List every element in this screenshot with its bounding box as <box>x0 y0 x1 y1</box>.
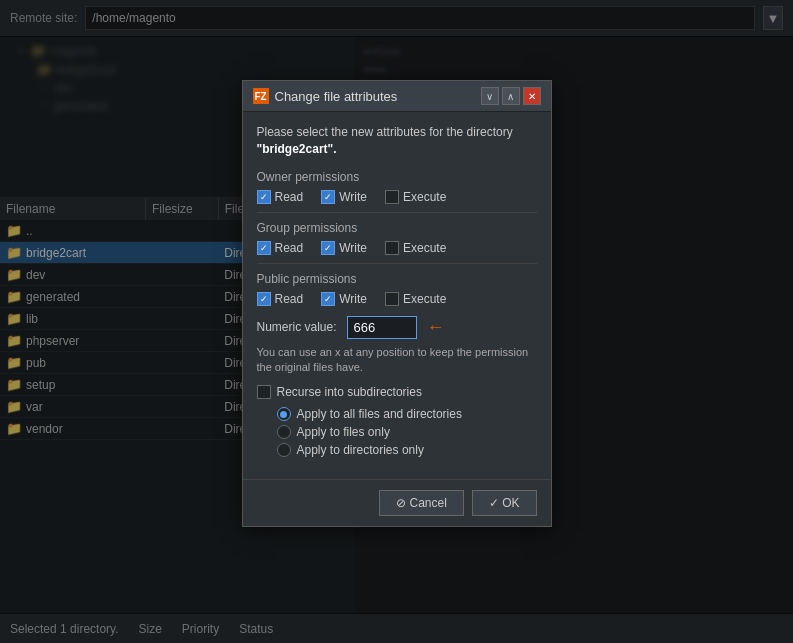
owner-execute-box[interactable] <box>385 190 399 204</box>
owner-read-checkbox[interactable]: ✓ Read <box>257 190 304 204</box>
group-permissions-row: ✓ Read ✓ Write Execute <box>257 241 537 255</box>
public-execute-box[interactable] <box>385 292 399 306</box>
cancel-button[interactable]: ⊘ Cancel <box>379 490 464 516</box>
owner-read-label: Read <box>275 190 304 204</box>
radio-all-files[interactable]: Apply to all files and directories <box>277 407 537 421</box>
public-read-label: Read <box>275 292 304 306</box>
group-read-checkbox[interactable]: ✓ Read <box>257 241 304 255</box>
checkmark-icon: ✓ <box>324 243 332 253</box>
filezilla-icon: FZ <box>253 88 269 104</box>
owner-permissions-row: ✓ Read ✓ Write Execute <box>257 190 537 204</box>
divider <box>257 263 537 264</box>
public-write-label: Write <box>339 292 367 306</box>
close-button[interactable]: ✕ <box>523 87 541 105</box>
directory-name: "bridge2cart". <box>257 142 337 156</box>
public-read-box[interactable]: ✓ <box>257 292 271 306</box>
public-read-checkbox[interactable]: ✓ Read <box>257 292 304 306</box>
ok-button[interactable]: ✓ OK <box>472 490 537 516</box>
group-read-box[interactable]: ✓ <box>257 241 271 255</box>
numeric-input[interactable] <box>347 316 417 339</box>
checkmark-icon: ✓ <box>260 192 268 202</box>
owner-write-box[interactable]: ✓ <box>321 190 335 204</box>
radio-dirs-only[interactable]: Apply to directories only <box>277 443 537 457</box>
checkmark-icon: ✓ <box>324 192 332 202</box>
radio-button[interactable] <box>277 443 291 457</box>
owner-execute-label: Execute <box>403 190 446 204</box>
radio-button[interactable] <box>277 425 291 439</box>
arrow-indicator: ← <box>427 317 445 338</box>
modal-description: Please select the new attributes for the… <box>257 124 537 158</box>
modal-titlebar: FZ Change file attributes ∨ ∧ ✕ <box>243 81 551 112</box>
radio-files-label: Apply to files only <box>297 425 390 439</box>
checkmark-icon: ✓ <box>260 294 268 304</box>
group-write-box[interactable]: ✓ <box>321 241 335 255</box>
numeric-label: Numeric value: <box>257 320 337 334</box>
recurse-checkbox[interactable] <box>257 385 271 399</box>
owner-permissions-label: Owner permissions <box>257 170 537 184</box>
minimize-button[interactable]: ∨ <box>481 87 499 105</box>
radio-files-only[interactable]: Apply to files only <box>277 425 537 439</box>
change-attributes-dialog: FZ Change file attributes ∨ ∧ ✕ Please s… <box>242 80 552 527</box>
radio-button[interactable] <box>277 407 291 421</box>
public-write-box[interactable]: ✓ <box>321 292 335 306</box>
hint-text: You can use an x at any position to keep… <box>257 345 537 376</box>
checkmark-icon: ✓ <box>324 294 332 304</box>
group-permissions-label: Group permissions <box>257 221 537 235</box>
radio-dirs-label: Apply to directories only <box>297 443 424 457</box>
group-execute-checkbox[interactable]: Execute <box>385 241 446 255</box>
recurse-label: Recurse into subdirectories <box>277 385 422 399</box>
owner-execute-checkbox[interactable]: Execute <box>385 190 446 204</box>
public-write-checkbox[interactable]: ✓ Write <box>321 292 367 306</box>
group-execute-box[interactable] <box>385 241 399 255</box>
modal-title-actions: ∨ ∧ ✕ <box>481 87 541 105</box>
modal-footer: ⊘ Cancel ✓ OK <box>243 479 551 526</box>
owner-write-checkbox[interactable]: ✓ Write <box>321 190 367 204</box>
divider <box>257 212 537 213</box>
modal-title: Change file attributes <box>275 89 475 104</box>
owner-read-box[interactable]: ✓ <box>257 190 271 204</box>
group-execute-label: Execute <box>403 241 446 255</box>
apply-options-group: Apply to all files and directories Apply… <box>277 407 537 457</box>
public-permissions-label: Public permissions <box>257 272 537 286</box>
public-execute-label: Execute <box>403 292 446 306</box>
owner-write-label: Write <box>339 190 367 204</box>
numeric-row: Numeric value: ← <box>257 316 537 339</box>
maximize-button[interactable]: ∧ <box>502 87 520 105</box>
group-write-checkbox[interactable]: ✓ Write <box>321 241 367 255</box>
radio-all-label: Apply to all files and directories <box>297 407 462 421</box>
modal-overlay: FZ Change file attributes ∨ ∧ ✕ Please s… <box>0 0 793 643</box>
recurse-row: Recurse into subdirectories <box>257 385 537 399</box>
group-write-label: Write <box>339 241 367 255</box>
checkmark-icon: ✓ <box>260 243 268 253</box>
radio-inner <box>280 411 287 418</box>
public-permissions-row: ✓ Read ✓ Write Execute <box>257 292 537 306</box>
modal-body: Please select the new attributes for the… <box>243 112 551 479</box>
group-read-label: Read <box>275 241 304 255</box>
public-execute-checkbox[interactable]: Execute <box>385 292 446 306</box>
